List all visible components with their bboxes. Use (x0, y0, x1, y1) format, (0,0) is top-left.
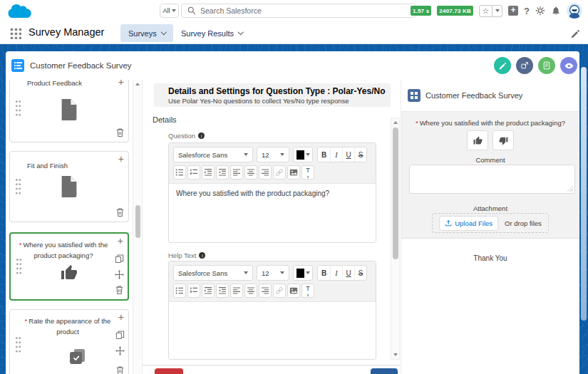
global-search-box[interactable] (181, 4, 416, 18)
resize-handle-icon[interactable] (567, 186, 573, 192)
info-icon[interactable]: i (198, 133, 205, 139)
page-card-product-feedback[interactable]: Product Feedback + (9, 80, 129, 142)
align-center-button[interactable] (244, 284, 257, 298)
add-question-icon[interactable]: + (118, 236, 123, 246)
notifications-bell-icon[interactable] (551, 6, 561, 16)
duplicate-question-icon[interactable] (115, 330, 125, 340)
indent-button[interactable] (202, 165, 215, 180)
question-list-scrollbar[interactable] (133, 80, 143, 374)
scroll-up-icon[interactable] (135, 83, 140, 85)
scrollbar-thumb[interactable] (393, 128, 398, 259)
font-select[interactable]: Salesforce Sans (173, 265, 253, 281)
setup-gear-icon[interactable] (535, 6, 545, 16)
link-button[interactable] (273, 284, 286, 298)
move-question-icon[interactable] (114, 269, 124, 279)
align-left-button[interactable] (230, 284, 243, 298)
numbered-list-button[interactable] (187, 165, 200, 180)
preview-survey-button[interactable] (560, 57, 577, 74)
image-button[interactable] (287, 284, 300, 298)
clear-format-button[interactable]: Tx (301, 284, 314, 298)
page-card-fit-and-finish[interactable]: Fit and Finish + (9, 151, 129, 222)
strikethrough-button[interactable]: S (354, 147, 366, 162)
thumbs-down-button[interactable] (492, 130, 514, 150)
upload-files-button[interactable]: Upload Files (439, 216, 498, 231)
preview-header: Customer Feedback Survey (401, 80, 579, 112)
user-avatar[interactable] (567, 3, 582, 19)
delete-page-icon[interactable] (115, 207, 125, 217)
app-launcher-icon[interactable] (9, 27, 21, 39)
bold-button[interactable]: B (318, 147, 330, 162)
done-button[interactable] (371, 368, 398, 374)
search-input[interactable] (200, 6, 410, 15)
add-question-icon[interactable]: + (118, 80, 124, 87)
drag-handle[interactable] (15, 100, 21, 118)
bullet-list-button[interactable] (173, 284, 186, 298)
italic-button[interactable]: I (330, 147, 342, 162)
tab-survey-results[interactable]: Survey Results (173, 24, 250, 42)
help-icon[interactable]: ? (524, 6, 530, 16)
align-right-button[interactable] (259, 284, 272, 298)
share-icon (520, 61, 529, 70)
font-size-select[interactable]: 12 (257, 147, 289, 162)
font-select[interactable]: Salesforce Sans (173, 147, 253, 162)
align-center-button[interactable] (244, 165, 257, 180)
font-size-select[interactable]: 12 (257, 265, 289, 281)
underline-button[interactable]: U (342, 147, 354, 162)
italic-button[interactable]: I (330, 266, 342, 280)
survey-form-button[interactable] (538, 57, 555, 74)
add-question-icon[interactable]: + (118, 312, 124, 322)
drag-handle[interactable] (16, 258, 22, 276)
file-drop-zone[interactable]: Upload Files Or drop files (432, 213, 549, 233)
outdent-button[interactable] (216, 165, 229, 180)
edit-survey-button[interactable] (494, 57, 511, 74)
favorites-control[interactable]: ☆ (479, 5, 502, 17)
quick-create-icon[interactable]: + (508, 6, 518, 16)
drag-handle[interactable] (15, 178, 21, 196)
text-color-button[interactable] (293, 147, 313, 162)
delete-question-icon[interactable] (115, 365, 125, 374)
edit-nav-pencil-icon[interactable] (571, 28, 580, 41)
duplicate-question-icon[interactable] (114, 254, 124, 264)
align-left-button[interactable] (230, 165, 243, 180)
underline-button[interactable]: U (342, 266, 354, 280)
thumbs-up-button[interactable] (467, 130, 488, 150)
delete-question-icon[interactable] (114, 285, 124, 295)
font-select-value: Salesforce Sans (178, 269, 227, 277)
image-button[interactable] (287, 165, 300, 180)
share-survey-button[interactable] (516, 57, 533, 74)
page-scrollbar-thumb[interactable] (581, 67, 587, 321)
help-text-input[interactable] (169, 302, 376, 359)
page-card-title: Fit and Finish (27, 160, 113, 171)
scroll-up-icon[interactable] (393, 121, 398, 124)
align-right-button[interactable] (259, 165, 272, 180)
outdent-button[interactable] (216, 284, 229, 298)
bold-button[interactable]: B (318, 266, 330, 280)
question-card-rate-appearance[interactable]: *Rate the appearance of the product + (9, 309, 129, 374)
comment-textarea[interactable] (409, 165, 575, 194)
scrollbar-thumb[interactable] (135, 205, 140, 238)
scroll-down-icon[interactable] (393, 353, 398, 356)
add-question-icon[interactable]: + (118, 154, 124, 164)
info-icon[interactable]: i (199, 252, 205, 259)
salesforce-logo[interactable] (6, 1, 33, 20)
question-input[interactable]: Where you satisfied with the product pac… (169, 184, 376, 242)
details-scrollbar[interactable] (391, 118, 400, 360)
link-button[interactable] (273, 165, 286, 180)
text-color-button[interactable] (293, 265, 313, 281)
question-card-selected[interactable]: *Where you satisfied with the product pa… (9, 232, 129, 301)
question-editor-toolbar: Salesforce Sans 12 B I U (169, 143, 376, 184)
bullet-list-button[interactable] (173, 165, 186, 180)
font-select-value: Salesforce Sans (178, 151, 227, 159)
indent-button[interactable] (202, 284, 215, 298)
delete-question-button[interactable] (155, 368, 183, 374)
tab-surveys[interactable]: Surveys (120, 24, 173, 42)
move-question-icon[interactable] (115, 346, 125, 355)
search-scope-select[interactable]: All (160, 4, 179, 18)
strikethrough-button[interactable]: S (354, 266, 366, 280)
star-icon[interactable]: ☆ (479, 5, 492, 17)
delete-page-icon[interactable] (115, 128, 125, 137)
drag-handle[interactable] (15, 336, 21, 354)
favorites-dropdown[interactable] (492, 5, 502, 17)
numbered-list-button[interactable] (187, 284, 200, 298)
clear-format-button[interactable]: Tx (301, 165, 314, 180)
